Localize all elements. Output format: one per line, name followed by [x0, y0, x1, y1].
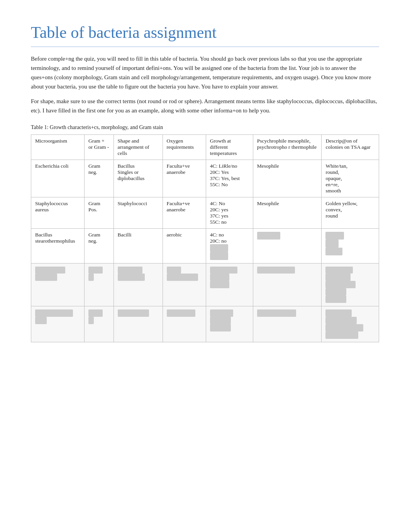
cell-colonies: [322, 306, 379, 342]
table-row: Bacillus stearothermophilus Gram neg. Ba…: [31, 229, 379, 263]
cell-oxygen: [163, 263, 206, 306]
cell-microorganism: Staphylococcus aureus: [31, 197, 85, 229]
bacteria-table: Microorganism Gram + or Gram - Shape and…: [31, 134, 379, 342]
cell-growth: [206, 263, 253, 306]
cell-gram: Gram Pos.: [85, 197, 114, 229]
intro-paragraph-2: For shape, make sure to use the correct …: [31, 97, 379, 115]
cell-oxygen: [163, 306, 206, 342]
cell-microorganism: [31, 306, 85, 342]
cell-growth: 4C: no20C: no: [206, 229, 253, 263]
table-header-row: Microorganism Gram + or Gram - Shape and…: [31, 135, 379, 160]
cell-shape: Bacilli: [114, 229, 163, 263]
cell-colonies: White/tan,round,opaque,en+re,smooth: [322, 160, 379, 197]
table-row-blurred: [31, 263, 379, 306]
cell-shape: Staphylococci: [114, 197, 163, 229]
cell-shape: [114, 263, 163, 306]
cell-gram: [85, 263, 114, 306]
cell-growth: [206, 306, 253, 342]
cell-microorganism: [31, 263, 85, 306]
cell-gram: Gram neg.: [85, 160, 114, 197]
cell-type: [253, 229, 322, 263]
table-caption: Table 1: Growth characteris+cs, morpholo…: [31, 124, 379, 131]
col-header-gram: Gram + or Gram -: [85, 135, 114, 160]
cell-growth: 4C: No20C: yes37C: yes55C: no: [206, 197, 253, 229]
col-header-oxygen: Oxygen requirements: [163, 135, 206, 160]
table-row: Escherichia coli Gram neg. BacillusSingl…: [31, 160, 379, 197]
intro-paragraph-1: Before comple+ng the quiz, you will need…: [31, 54, 379, 91]
col-header-type: Pscychrophile mesophile, psychrotropho r…: [253, 135, 322, 160]
col-header-microorganism: Microorganism: [31, 135, 85, 160]
cell-oxygen: aerobic: [163, 229, 206, 263]
cell-shape: [114, 306, 163, 342]
cell-microorganism: Bacillus stearothermophilus: [31, 229, 85, 263]
cell-type: Mesophile: [253, 160, 322, 197]
cell-colonies: [322, 229, 379, 263]
cell-type: [253, 306, 322, 342]
table-row-blurred: [31, 306, 379, 342]
cell-shape: BacillusSingles ordiplobacillus: [114, 160, 163, 197]
cell-oxygen: Faculta+ve anaerobe: [163, 160, 206, 197]
cell-gram: [85, 306, 114, 342]
table-row: Staphylococcus aureus Gram Pos. Staphylo…: [31, 197, 379, 229]
cell-type: [253, 263, 322, 306]
cell-colonies: [322, 263, 379, 306]
page-title: Table of bacteria assignment: [31, 23, 379, 47]
col-header-growth: Growth at different temperatures: [206, 135, 253, 160]
cell-colonies: Golden yellow,convex,round: [322, 197, 379, 229]
cell-oxygen: Faculta+ve anaerobe: [163, 197, 206, 229]
cell-gram: Gram neg.: [85, 229, 114, 263]
cell-microorganism: Escherichia coli: [31, 160, 85, 197]
col-header-shape: Shape and arrangement of cells: [114, 135, 163, 160]
col-header-colonies: Descrip@on of colonies on TSA agar: [322, 135, 379, 160]
cell-type: Mesophile: [253, 197, 322, 229]
cell-growth: 4C: LiRle/no20C: Yes37C: Yes, best55C: N…: [206, 160, 253, 197]
